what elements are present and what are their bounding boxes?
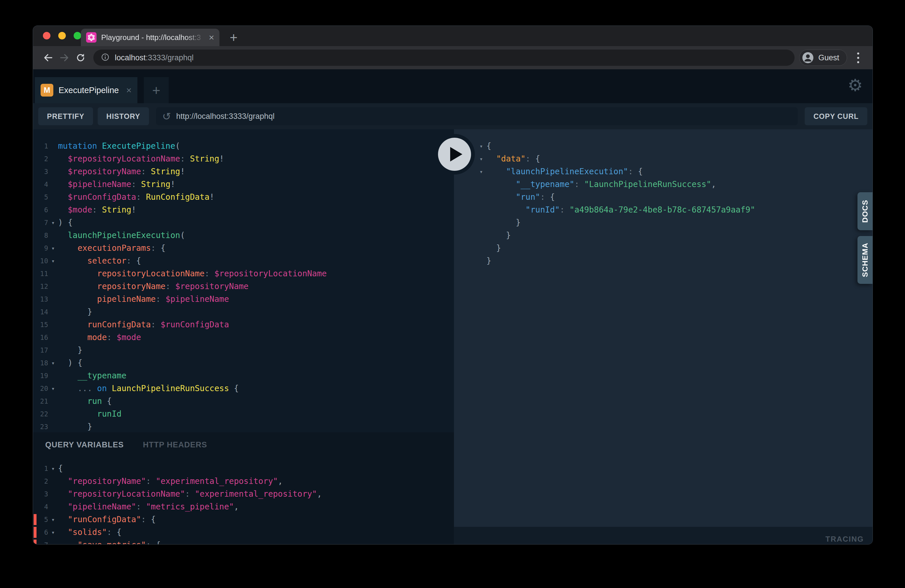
copy-curl-button[interactable]: COPY CURL [805,107,867,125]
fold-spacer [476,203,486,216]
back-icon[interactable] [40,49,56,66]
fold-spacer [476,191,486,203]
code-text: $repositoryLocationName: String! [58,153,224,165]
query-code-line[interactable]: 15 runConfigData: $runConfigData [33,318,454,331]
tab-query-variables[interactable]: QUERY VARIABLES [45,440,124,450]
docs-label: DOCS [861,200,870,222]
close-window-button[interactable] [43,32,51,40]
execute-button[interactable] [434,134,475,175]
fold-arrow-icon[interactable]: ▾ [48,462,58,475]
line-number: 18 [33,357,48,369]
code-text: "run": { [486,191,555,203]
session-close-icon[interactable]: × [126,85,132,96]
line-number: 9 [33,242,48,254]
code-text: ) { [58,216,73,229]
fold-arrow-icon[interactable]: ▾ [48,216,58,229]
code-text: $pipelineName: String! [58,178,175,191]
code-text: runConfigData: $runConfigData [58,318,229,331]
fold-arrow-icon[interactable]: ▾ [48,513,58,526]
response-line: ▾ "launchPipelineExecution": { [476,165,873,178]
undo-icon[interactable]: ↺ [162,110,171,122]
code-text: "solids": { [58,526,121,539]
variables-panel-tabs: QUERY VARIABLES HTTP HEADERS [33,432,454,450]
schema-label: SCHEMA [861,243,870,277]
query-code-line[interactable]: 3 $repositoryName: String! [33,165,454,178]
browser-menu-icon[interactable] [851,52,865,63]
query-code-line[interactable]: 12 repositoryName: $repositoryName [33,280,454,293]
query-code-line[interactable]: 10▾ selector: { [33,254,454,267]
query-code-line[interactable]: 5 $runConfigData: RunConfigData! [33,191,454,203]
response-line: ▾{ [476,140,873,153]
new-tab-button[interactable]: + [225,29,242,46]
response-line: } [476,242,873,254]
new-session-tab-button[interactable]: + [144,77,169,103]
query-code-line[interactable]: 19 __typename [33,369,454,382]
fold-arrow-icon[interactable]: ▾ [48,539,58,545]
query-code-line[interactable]: 11 repositoryLocationName: $repositoryLo… [33,267,454,280]
line-number: 4 [33,501,48,513]
forward-icon[interactable] [56,49,73,66]
address-bar[interactable]: localhost:3333/graphql [93,49,795,66]
fold-arrow-icon[interactable]: ▾ [48,382,58,395]
fold-spacer [476,242,486,254]
variables-code-line[interactable]: 4 "pipelineName": "metrics_pipeline", [33,501,454,513]
query-variables-editor[interactable]: 1▾{2 "repositoryName": "experimental_rep… [33,450,454,545]
query-code-line[interactable]: 21 run { [33,395,454,408]
code-text: } [58,420,92,432]
fold-arrow-icon[interactable]: ▾ [476,165,486,178]
variables-code-line[interactable]: 1▾{ [33,462,454,475]
fold-arrow-icon[interactable]: ▾ [48,242,58,254]
query-code-line[interactable]: 23 } [33,420,454,432]
query-code-line[interactable]: 20▾ ... on LaunchPipelineRunSuccess { [33,382,454,395]
fold-arrow-icon[interactable]: ▾ [476,140,486,153]
docs-side-tab[interactable]: DOCS [857,192,873,230]
query-code-line[interactable]: 4 $pipelineName: String! [33,178,454,191]
zoom-window-button[interactable] [74,32,81,40]
variables-code-line[interactable]: 5▾ "runConfigData": { [33,513,454,526]
profile-button[interactable]: Guest [799,49,847,66]
query-code-line[interactable]: 1mutation ExecutePipeline( [33,140,454,153]
settings-gear-icon[interactable]: ⚙︎ [848,77,863,94]
fold-arrow-icon[interactable]: ▾ [48,254,58,267]
query-code-line[interactable]: 17 } [33,344,454,357]
fold-spacer [476,229,486,242]
site-info-icon[interactable] [101,53,110,63]
tracing-bar[interactable]: TRACING [454,527,873,545]
line-number: 14 [33,305,48,318]
browser-tab[interactable]: Playground - http://localhost:3 × [81,29,219,46]
query-code-line[interactable]: 16 mode: $mode [33,331,454,344]
query-code-line[interactable]: 9▾ executionParams: { [33,242,454,254]
code-text: { [486,140,491,153]
variables-code-line[interactable]: 7▾ "save_metrics": { [33,539,454,545]
reload-icon[interactable] [73,49,89,66]
line-number: 11 [33,267,48,280]
query-code-line[interactable]: 8 launchPipelineExecution( [33,229,454,242]
query-editor[interactable]: 1mutation ExecutePipeline(2 $repositoryL… [33,129,454,432]
profile-label: Guest [818,53,839,62]
minimize-window-button[interactable] [58,32,66,40]
fold-arrow-icon[interactable]: ▾ [48,357,58,369]
session-tab-executepipeline[interactable]: M ExecutePipeline × [35,77,137,103]
variables-code-line[interactable]: 3 "repositoryLocationName": "experimenta… [33,488,454,501]
tab-http-headers[interactable]: HTTP HEADERS [143,440,207,450]
prettify-button[interactable]: PRETTIFY [38,107,93,125]
line-number: 13 [33,293,48,305]
query-code-line[interactable]: 18▾ ) { [33,357,454,369]
query-code-line[interactable]: 7▾) { [33,216,454,229]
history-button[interactable]: HISTORY [98,107,149,125]
variables-panel: QUERY VARIABLES HTTP HEADERS 1▾{2 "repos… [33,432,454,545]
fold-spacer [48,488,58,501]
endpoint-input[interactable]: ↺ http://localhost:3333/graphql [156,107,798,125]
fold-arrow-icon[interactable]: ▾ [48,526,58,539]
query-code-line[interactable]: 13 pipelineName: $pipelineName [33,293,454,305]
variables-code-line[interactable]: 6▾ "solids": { [33,526,454,539]
variables-code-line[interactable]: 2 "repositoryName": "experimental_reposi… [33,475,454,488]
schema-side-tab[interactable]: SCHEMA [857,236,873,284]
query-code-line[interactable]: 22 runId [33,408,454,420]
tab-close-icon[interactable]: × [209,33,214,42]
response-line: "runId": "a49b864a-79e2-4be8-b78c-687457… [476,203,873,216]
query-code-line[interactable]: 6 $mode: String! [33,203,454,216]
query-code-line[interactable]: 2 $repositoryLocationName: String! [33,153,454,165]
fold-arrow-icon[interactable]: ▾ [476,153,486,165]
query-code-line[interactable]: 14 } [33,305,454,318]
